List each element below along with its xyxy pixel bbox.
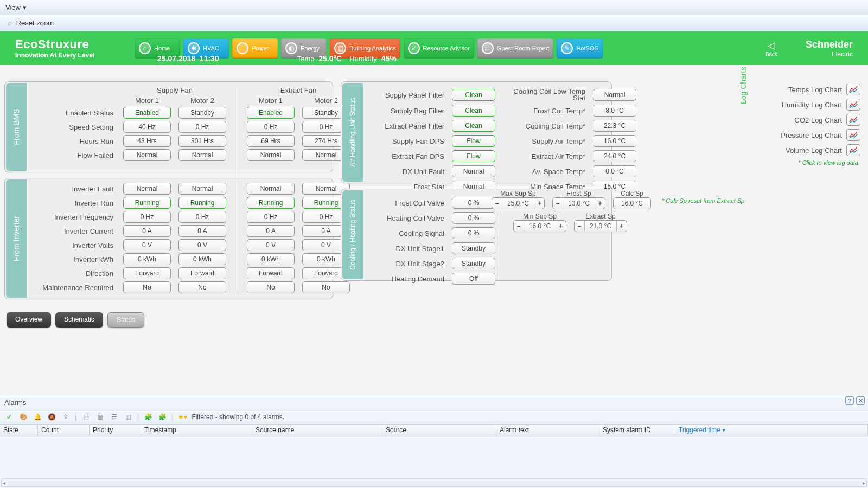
nav-hotsos[interactable]: ✎HotSOS [557,38,602,58]
log-chart-0[interactable]: Temps Log Chart [752,84,860,95]
val-enabled-s1[interactable]: Enabled [123,107,171,119]
val-kwh-1[interactable]: 0 kWh [178,253,226,265]
val-freq-1[interactable]: 0 Hz [178,211,226,223]
val-hours-s1[interactable]: 43 Hrs [123,135,171,147]
val-run-1[interactable]: Running [178,197,226,209]
schneider-logo: Schneider Electric [782,39,864,58]
sp-frost[interactable]: −10.0 °C+ [552,197,605,209]
filter-on-icon[interactable]: 🧩 [143,412,153,422]
col-count[interactable]: Count [38,425,90,436]
export-icon[interactable]: ⇪ [61,412,71,422]
val-ahu-sfd[interactable]: Flow [452,135,495,147]
val-ahu-sbf[interactable]: Clean [452,105,495,117]
val-chs-hd[interactable]: Off [452,273,495,285]
plus-icon[interactable]: + [556,222,566,230]
val-ahu-epf[interactable]: Clean [452,120,495,132]
col-timestamp[interactable]: Timestamp [141,425,252,436]
menu-view[interactable]: View ▾ [5,3,27,11]
val-speed-s2[interactable]: 0 Hz [178,121,226,133]
val-volt-0[interactable]: 0 V [123,239,171,251]
palette-icon[interactable]: 🎨 [18,412,28,422]
nav-resource-advisor[interactable]: ✓Resource Advisor [404,38,474,58]
val-fault-1[interactable]: Normal [178,183,226,195]
tab-status[interactable]: Status [107,312,144,328]
sp-extract[interactable]: −21.0 °C+ [574,220,627,232]
sp-max-sup[interactable]: −25.0 °C+ [492,197,545,209]
val-ahu-dxf[interactable]: Normal [452,165,495,177]
lbl-chs-hcv: Heating Coil Valve [365,214,446,222]
val-run-2[interactable]: Running [247,197,295,209]
log-chart-1[interactable]: Humidity Log Chart [752,99,860,111]
plus-icon[interactable]: + [595,200,605,207]
lbl-volt: Inverter Volts [29,241,116,249]
val-cur-2[interactable]: 0 A [247,225,295,237]
val-chs-dx1[interactable]: Standby [452,242,495,254]
minus-icon[interactable]: − [575,222,584,230]
plus-icon[interactable]: + [534,200,544,207]
val-flow-s2[interactable]: Normal [178,149,226,161]
note-icon[interactable]: ▤ [81,412,91,422]
val-cur-0[interactable]: 0 A [123,225,171,237]
lbl-ahu-sfd: Supply Fan DPS [365,137,446,145]
star-icon[interactable]: ★▾ [177,412,187,422]
val-hours-e1[interactable]: 69 Hrs [247,135,295,147]
col-system-alarm-id[interactable]: System alarm ID [599,425,675,436]
val-cur-1[interactable]: 0 A [178,225,226,237]
check-icon[interactable]: ✔ [4,412,14,422]
val-flow-e1[interactable]: Normal [247,149,295,161]
col-priority[interactable]: Priority [90,425,141,436]
val-run-0[interactable]: Running [123,197,171,209]
list-icon[interactable]: ☰ [109,412,119,422]
back-button[interactable]: ◁ Back [761,40,782,57]
val-freq-2[interactable]: 0 Hz [247,211,295,223]
val-chs-dx2[interactable]: Standby [452,258,495,269]
reset-zoom-button[interactable]: Reset zoom [16,19,54,27]
val-ahu-spf[interactable]: Clean [452,89,495,101]
grid-icon[interactable]: ▦ [95,412,105,422]
log-chart-4[interactable]: Volume Log Chart [752,144,860,156]
val-maint-0[interactable]: No [123,281,171,293]
col-state[interactable]: State [0,425,38,436]
log-chart-2[interactable]: CO2 Log Chart [752,114,860,126]
close-icon[interactable]: ✕ [856,396,865,405]
val-freq-0[interactable]: 0 Hz [123,211,171,223]
val-enabled-s2[interactable]: Standby [178,107,226,119]
help-icon[interactable]: ? [845,396,854,405]
log-chart-3[interactable]: Pressure Log Chart [752,129,860,141]
val-hours-s2[interactable]: 301 Hrs [178,135,226,147]
col-triggered-time[interactable]: Triggered time ▾ [675,425,868,436]
col-source[interactable]: Source [382,425,496,436]
val-dir-1[interactable]: Forward [178,267,226,279]
tab-schematic[interactable]: Schematic [55,312,103,328]
val-enabled-e1[interactable]: Enabled [247,107,295,119]
val-maint-1[interactable]: No [178,281,226,293]
nav-guest-room-expert[interactable]: ☰Guest Room Expert [477,38,554,58]
bell-icon[interactable]: 🔔 [33,412,42,422]
col-alarm-text[interactable]: Alarm text [496,425,599,436]
sp-min-sup[interactable]: −16.0 °C+ [513,220,566,232]
val-dir-2[interactable]: Forward [247,267,295,279]
tab-overview[interactable]: Overview [7,312,51,328]
minus-icon[interactable]: − [492,200,502,207]
filter-off-icon[interactable]: 🧩 [157,412,167,422]
minus-icon[interactable]: − [514,222,524,230]
plus-icon[interactable]: + [617,222,627,230]
alarms-hscroll[interactable]: ◂▸ [1,478,867,487]
val-volt-1[interactable]: 0 V [178,239,226,251]
val-kwh-0[interactable]: 0 kWh [123,253,171,265]
val-ahu-efd[interactable]: Flow [452,150,495,162]
val-fault-2[interactable]: Normal [247,183,295,195]
val-volt-2[interactable]: 0 V [247,239,295,251]
val-maint-3[interactable]: No [302,281,350,293]
val-speed-e1[interactable]: 0 Hz [247,121,295,133]
val-flow-s1[interactable]: Normal [123,149,171,161]
col-source-name[interactable]: Source name [252,425,382,436]
val-speed-s1[interactable]: 40 Hz [123,121,171,133]
table-icon[interactable]: ▥ [123,412,133,422]
val-dir-0[interactable]: Forward [123,267,171,279]
mute-icon[interactable]: 🔕 [47,412,56,422]
val-maint-2[interactable]: No [247,281,295,293]
minus-icon[interactable]: − [553,200,563,207]
val-fault-0[interactable]: Normal [123,183,171,195]
val-kwh-2[interactable]: 0 kWh [247,253,295,265]
